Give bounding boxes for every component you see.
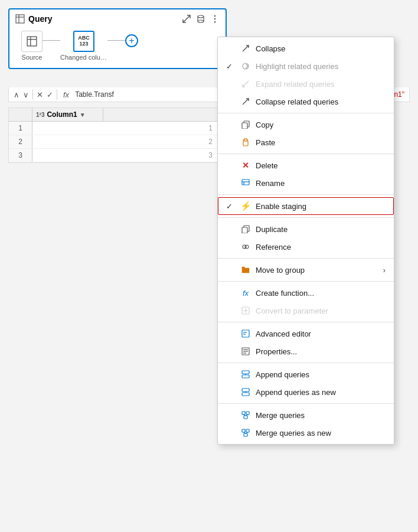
query-name: Query [28, 14, 52, 24]
add-step-button[interactable]: + [125, 34, 138, 47]
separator-4 [218, 217, 394, 218]
table-row: 1 1 [9, 122, 217, 135]
data-source-icon[interactable] [196, 14, 205, 24]
movegroup-icon [240, 265, 251, 275]
row-number-header [9, 108, 32, 121]
menu-item-expand: Expand related queries [218, 75, 394, 93]
mergenew-icon [240, 427, 251, 438]
grid-header: 1²3 Column1 ▼ [9, 108, 217, 122]
cell-1-1[interactable]: 1 [32, 122, 217, 135]
check-highlight: ✓ [226, 62, 236, 71]
svg-rect-46 [242, 412, 245, 414]
svg-rect-33 [242, 330, 249, 337]
menu-item-appendnew[interactable]: Append queries as new [218, 383, 394, 401]
svg-point-9 [214, 15, 216, 17]
reference-icon [240, 241, 251, 252]
query-title: Query [15, 14, 52, 24]
svg-point-29 [245, 245, 249, 249]
col-name: Column1 [47, 110, 77, 119]
copy-icon [240, 119, 251, 130]
menu-item-appendqueries[interactable]: Append queries [218, 365, 394, 383]
menu-item-createfunction[interactable]: fx Create function... [218, 284, 394, 302]
check-staging: ✓ [226, 202, 236, 211]
menu-item-advanced[interactable]: Advanced editor [218, 325, 394, 342]
svg-rect-47 [246, 412, 249, 414]
more-icon[interactable] [210, 14, 220, 24]
rename-label: Rename [256, 179, 386, 188]
svg-rect-44 [242, 393, 249, 396]
checkmark-icon[interactable]: ✓ [47, 90, 53, 99]
mergequeries-label: Merge queries [256, 411, 386, 420]
svg-rect-40 [242, 371, 249, 374]
convertparam-icon [240, 305, 251, 316]
cancel-icon[interactable]: ✕ [37, 90, 43, 99]
movegroup-arrow: › [383, 266, 386, 275]
menu-item-mergenew[interactable]: Merge queries as new [218, 424, 394, 442]
query-panel: Query [8, 8, 227, 69]
menu-item-reference[interactable]: Reference [218, 238, 394, 256]
expand-icon[interactable] [182, 14, 191, 24]
divider [32, 89, 33, 100]
cell-3-1[interactable]: 3 [32, 149, 217, 162]
step-source[interactable]: Source [21, 31, 43, 61]
menu-item-properties[interactable]: Properties... [218, 342, 394, 360]
source-step-label: Source [22, 54, 43, 61]
step-changed[interactable]: ABC123 Changed column... [60, 31, 107, 61]
paste-label: Paste [256, 138, 386, 147]
createfunction-label: Create function... [256, 289, 386, 298]
fx-label: fx [63, 90, 69, 99]
menu-item-paste[interactable]: Paste [218, 133, 394, 151]
svg-line-3 [187, 15, 190, 19]
svg-point-8 [198, 20, 204, 22]
svg-rect-53 [244, 433, 247, 436]
table-row: 3 3 [9, 149, 217, 162]
svg-rect-52 [246, 429, 249, 432]
appendqueries-label: Append queries [256, 370, 386, 379]
menu-item-staging[interactable]: ✓ ⚡ Enable staging [218, 197, 394, 215]
svg-rect-51 [242, 429, 245, 432]
appendqueries-icon [240, 369, 251, 380]
duplicate-label: Duplicate [256, 225, 386, 234]
cell-2-1[interactable]: 2 [32, 135, 217, 148]
separator-1 [218, 113, 394, 113]
table-step-icon [27, 36, 37, 47]
createfunction-icon: fx [240, 288, 251, 298]
menu-item-copy[interactable]: Copy [218, 116, 394, 133]
nav-down-icon[interactable]: ∨ [23, 90, 29, 99]
menu-item-mergequeries[interactable]: Merge queries [218, 406, 394, 424]
row-num-2: 2 [9, 135, 32, 148]
staging-icon: ⚡ [240, 201, 251, 211]
advanced-label: Advanced editor [256, 329, 386, 338]
svg-rect-12 [27, 37, 37, 46]
svg-rect-48 [244, 416, 247, 419]
menu-item-collapse[interactable]: Collapse [218, 40, 394, 57]
separator-9 [218, 403, 394, 404]
formula-suffix: n1" [394, 90, 404, 99]
advanced-icon [240, 328, 251, 339]
row-num-3: 3 [9, 149, 32, 162]
menu-item-highlight[interactable]: ✓ Highlight related queries [218, 57, 394, 75]
collapse-related-icon [240, 96, 251, 107]
changed-step-label: Changed column... [60, 54, 107, 61]
staging-label: Enable staging [256, 202, 386, 211]
menu-item-delete[interactable]: ✕ Delete [218, 156, 394, 174]
nav-up-icon[interactable]: ∧ [14, 90, 19, 99]
menu-item-movegroup[interactable]: Move to group › [218, 261, 394, 279]
menu-item-rename[interactable]: Rename [218, 174, 394, 192]
menu-item-duplicate[interactable]: Duplicate [218, 220, 394, 238]
svg-rect-19 [242, 123, 247, 129]
table-icon [15, 14, 25, 24]
highlight-icon [240, 61, 251, 71]
context-menu: Collapse ✓ Highlight related queries Exp… [217, 37, 394, 445]
query-title-icons [182, 14, 220, 24]
delete-icon: ✕ [240, 160, 251, 171]
delete-label: Delete [256, 161, 386, 170]
data-grid: 1²3 Column1 ▼ 1 1 2 2 3 3 [8, 107, 218, 163]
col-dropdown-icon[interactable]: ▼ [80, 112, 86, 118]
column-header[interactable]: 1²3 Column1 ▼ [32, 108, 103, 121]
svg-rect-43 [242, 389, 249, 391]
menu-item-collapse-related[interactable]: Collapse related queries [218, 93, 394, 110]
convertparam-label: Convert to parameter [256, 306, 386, 315]
appendnew-label: Append queries as new [256, 388, 386, 397]
svg-rect-41 [242, 375, 249, 378]
